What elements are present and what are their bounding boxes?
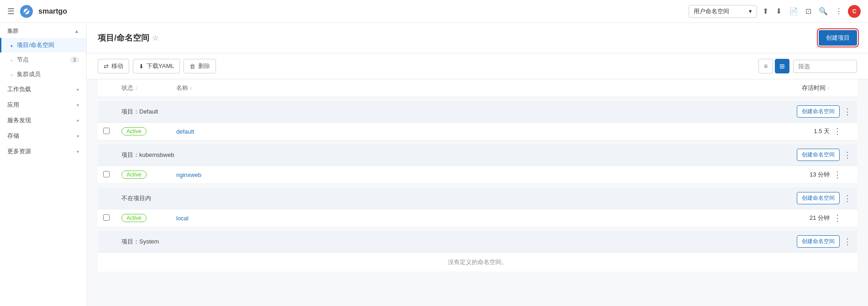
project-group-system: 项目：System 创建命名空间 ⋮ 没有定义的命名空间。 [98, 231, 857, 272]
sidebar-item-nodes-label: 节点 [17, 56, 29, 63]
create-ns-kubemsbweb-button[interactable]: 创建命名空间 [797, 149, 840, 161]
star-icon[interactable]: ☆ [152, 34, 158, 42]
sidebar-item-nodes[interactable]: ○ 节点 3 [0, 52, 86, 67]
namespace-selector[interactable]: 用户命名空间 ▾ [689, 5, 757, 18]
sidebar-item-projects-label: 项目/命名空间 [17, 41, 54, 48]
user-avatar[interactable]: C [848, 5, 861, 18]
cluster-chevron[interactable]: ▲ [74, 29, 79, 34]
apps-chevron: ▾ [77, 103, 79, 108]
table-container: 状态 ↕ 名称 ↕ 存活时间 ↕ 项目：Default [87, 79, 868, 283]
project-system-actions: 创建命名空间 ⋮ [833, 235, 852, 248]
search-icon[interactable]: 🔍 [819, 7, 828, 16]
uptime-header-label: 存活时间 [802, 84, 826, 91]
file-icon[interactable]: 📄 [789, 7, 798, 16]
header-icons: ⬆ ⬇ 📄 ⊡ 🔍 ⋮ [763, 7, 842, 16]
apps-label: 应用 [7, 101, 19, 109]
ns-local-more-icon[interactable]: ⋮ [833, 213, 842, 223]
filter-input[interactable] [793, 60, 857, 73]
page-header: 项目/命名空间 ☆ 创建项目 [87, 23, 868, 53]
project-header-kubemsbweb: 项目：kubemsbweb 创建命名空间 ⋮ [98, 144, 857, 166]
project-not-in-project-more-icon[interactable]: ⋮ [843, 194, 852, 202]
sidebar-group-more[interactable]: 更多资源 ▾ [0, 144, 86, 159]
project-header-system: 项目：System 创建命名空间 ⋮ [98, 231, 857, 253]
ns-local-checkbox[interactable] [103, 214, 110, 221]
name-sort-icon[interactable]: ↕ [190, 86, 192, 91]
service-chevron: ▾ [77, 118, 79, 123]
storage-label: 存储 [7, 132, 19, 140]
create-ns-not-in-project-button[interactable]: 创建命名空间 [797, 192, 840, 204]
delete-icon: 🗑 [189, 63, 195, 70]
logo-icon [20, 5, 33, 18]
name-col-header: 名称 ↕ [176, 84, 769, 92]
sidebar-item-projects[interactable]: ● 项目/命名空间 [0, 38, 86, 52]
sidebar-item-members[interactable]: ○ 集群成员 [0, 67, 86, 82]
toolbar: ⇄ 移动 ⬇ 下载YAML 🗑 删除 ≡ ⊞ [87, 53, 868, 79]
nodes-badge: 3 [70, 57, 79, 63]
table-row: Active default 1.5 天 ⋮ [98, 123, 857, 140]
more-label: 更多资源 [7, 147, 31, 156]
more-chevron: ▾ [77, 149, 79, 154]
ns-nginxweb-uptime: 13 分钟 [769, 171, 833, 179]
workload-chevron: ▾ [77, 87, 79, 92]
project-default-more-icon[interactable]: ⋮ [843, 108, 852, 116]
ellipsis-icon[interactable]: ⋮ [835, 7, 842, 16]
create-ns-system-button[interactable]: 创建命名空间 [797, 235, 840, 248]
breadcrumb: 项目/命名空间 ☆ [98, 32, 158, 43]
create-project-button[interactable]: 创建项目 [819, 30, 857, 46]
sidebar-group-workload[interactable]: 工作负载 ▾ [0, 82, 86, 97]
sidebar-group-service[interactable]: 服务发现 ▾ [0, 113, 86, 128]
ns-default-name[interactable]: default [176, 128, 194, 135]
project-not-in-project-actions: 创建命名空间 ⋮ [833, 192, 852, 204]
ns-default-checkbox[interactable] [103, 128, 110, 134]
move-icon: ⇄ [104, 63, 109, 70]
name-header-label: 名称 [176, 84, 188, 92]
ns-local-uptime: 21 分钟 [769, 214, 833, 222]
download-yaml-label: 下载YAML [147, 62, 174, 70]
download-icon[interactable]: ⬇ [776, 7, 782, 16]
project-kubemsbweb-more-icon[interactable]: ⋮ [843, 151, 852, 159]
project-system-more-icon[interactable]: ⋮ [843, 238, 852, 246]
project-title-kubemsbweb: 项目：kubemsbweb [121, 151, 833, 159]
status-badge: Active [121, 171, 147, 179]
window-icon[interactable]: ⊡ [805, 7, 811, 16]
page-title: 项目/命名空间 [98, 32, 149, 43]
ns-nginxweb-checkbox[interactable] [103, 171, 110, 177]
storage-chevron: ▾ [77, 134, 79, 139]
project-title-default: 项目：Default [121, 108, 833, 116]
table-row: Active local 21 分钟 ⋮ [98, 209, 857, 227]
ns-local-name[interactable]: local [176, 215, 189, 222]
content-area: 项目/命名空间 ☆ 创建项目 ⇄ 移动 ⬇ 下载YAML 🗑 删除 [87, 23, 868, 306]
download-yaml-icon: ⬇ [139, 63, 144, 70]
table-header: 状态 ↕ 名称 ↕ 存活时间 ↕ [98, 79, 857, 97]
ns-default-more-icon[interactable]: ⋮ [833, 127, 842, 136]
project-title-not-in-project: 不在项目内 [121, 194, 833, 202]
sidebar-group-apps[interactable]: 应用 ▾ [0, 97, 86, 113]
uptime-col-header: 存活时间 ↕ [769, 84, 833, 92]
header-right-group: 创建项目 [819, 30, 857, 46]
uptime-sort-icon[interactable]: ↕ [827, 86, 830, 91]
upload-icon[interactable]: ⬆ [763, 7, 768, 16]
ns-nginxweb-more-icon[interactable]: ⋮ [833, 170, 842, 179]
app-title: smartgo [38, 7, 67, 16]
project-group-not-in-project: 不在项目内 创建命名空间 ⋮ Active local 21 分钟 ⋮ [98, 187, 857, 227]
create-ns-default-button[interactable]: 创建命名空间 [797, 105, 840, 118]
dot-icon: ○ [11, 58, 13, 62]
project-header-default: 项目：Default 创建命名空间 ⋮ [98, 101, 857, 123]
menu-icon[interactable]: ☰ [7, 6, 15, 16]
status-sort-icon[interactable]: ↕ [135, 86, 137, 91]
list-view-button[interactable]: ≡ [758, 59, 773, 73]
sidebar-group-storage[interactable]: 存储 ▾ [0, 128, 86, 144]
project-group-kubemsbweb: 项目：kubemsbweb 创建命名空间 ⋮ Active nginxweb 1… [98, 144, 857, 184]
download-yaml-button[interactable]: ⬇ 下载YAML [133, 59, 180, 73]
sidebar-item-members-label: 集群成员 [17, 71, 41, 78]
service-label: 服务发现 [7, 116, 31, 124]
project-default-actions: 创建命名空间 ⋮ [833, 105, 852, 118]
grid-view-button[interactable]: ⊞ [775, 59, 789, 73]
delete-button[interactable]: 🗑 删除 [184, 59, 216, 73]
project-group-default: 项目：Default 创建命名空间 ⋮ Active default 1.5 天… [98, 101, 857, 140]
ns-nginxweb-name[interactable]: nginxweb [176, 171, 201, 178]
move-button[interactable]: ⇄ 移动 [98, 59, 129, 73]
top-header: ☰ smartgo 用户命名空间 ▾ ⬆ ⬇ 📄 ⊡ 🔍 ⋮ C [0, 0, 868, 23]
status-header-label: 状态 [121, 84, 133, 92]
delete-label: 删除 [198, 62, 210, 70]
